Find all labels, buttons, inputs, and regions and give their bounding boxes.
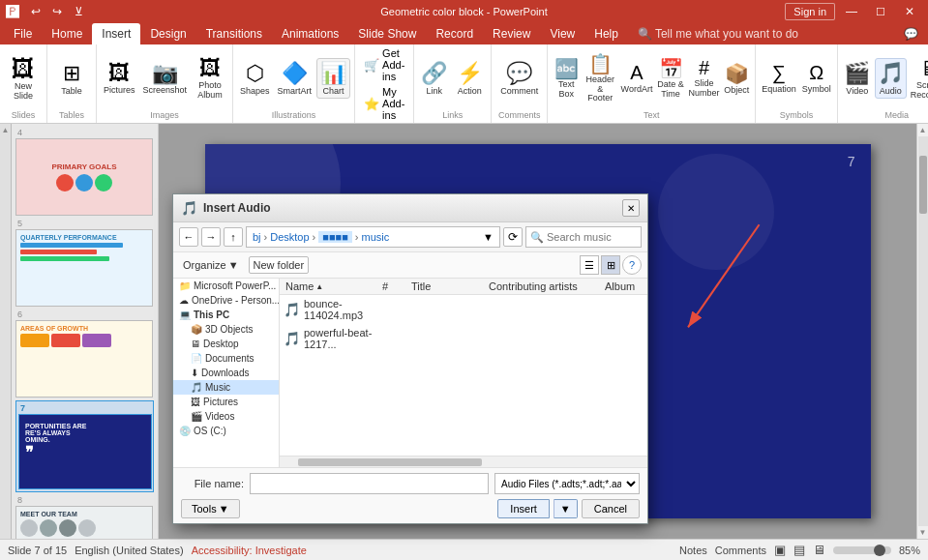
tree-item-documents[interactable]: 📄 Documents (173, 351, 279, 366)
col-artists[interactable]: Contributing artists (483, 279, 599, 294)
tree-item-osdrive[interactable]: 💿 OS (C:) (173, 424, 279, 438)
slide-number-btn[interactable]: # SlideNumber (687, 55, 721, 101)
tab-help[interactable]: Help (584, 23, 628, 44)
object-btn[interactable]: 📦 Object (722, 60, 751, 97)
comments-btn[interactable]: Comments (715, 545, 766, 556)
photo-album-btn[interactable]: 🖼 PhotoAlbum (192, 54, 228, 103)
slide-thumb-5[interactable]: 5 QUARTERLY PERFORMANCE (15, 219, 154, 307)
col-title[interactable]: Title (405, 279, 483, 294)
slide-thumb-6[interactable]: 6 AREAS OF GROWTH (15, 309, 154, 398)
header-footer-btn[interactable]: 📋 Header& Footer (582, 50, 618, 106)
path-part-music[interactable]: music (362, 231, 390, 243)
wordart-btn[interactable]: A WordArt (619, 60, 654, 96)
feedback-btn[interactable]: 💬 (898, 23, 924, 44)
view-list-btn[interactable]: ☰ (580, 255, 599, 275)
dialog-path-bar[interactable]: bj › Desktop › ■■■■ › music ▼ (246, 226, 500, 248)
file-row-2[interactable]: 🎵 powerful-beat-1217... (280, 324, 647, 353)
tab-slideshow[interactable]: Slide Show (348, 23, 426, 44)
tab-insert[interactable]: Insert (92, 23, 140, 44)
textbox-btn[interactable]: 🔤 TextBox (552, 55, 581, 102)
filename-input[interactable] (250, 473, 489, 494)
pictures-btn[interactable]: 🖼 Pictures (101, 59, 138, 98)
outline-view-btn[interactable]: ▤ (793, 543, 805, 557)
link-btn[interactable]: 🔗 Link (418, 59, 450, 98)
files-hscrollbar[interactable] (280, 456, 647, 467)
shapes-btn[interactable]: ⬡ Shapes (237, 59, 273, 98)
tree-item-downloads[interactable]: ⬇ Downloads (173, 366, 279, 380)
zoom-slider[interactable] (833, 546, 891, 554)
close-btn[interactable]: ✕ (897, 3, 922, 20)
filetype-select[interactable]: Audio Files (*.adts;*.adt;*.aac;*... (494, 473, 640, 494)
tree-item-3dobjects[interactable]: 📦 3D Objects (173, 322, 279, 337)
tree-item-onedrive[interactable]: ☁ OneDrive - Person... (173, 293, 279, 308)
language-indicator[interactable]: English (United States) (75, 545, 184, 556)
my-addins-btn[interactable]: ⭐ My Add-ins (361, 85, 407, 122)
screen-recording-btn[interactable]: 🖥 ScreenRecording (909, 54, 928, 103)
tab-animations[interactable]: Animations (272, 23, 348, 44)
action-btn[interactable]: ⚡ Action (452, 59, 487, 98)
col-album[interactable]: Album (599, 279, 647, 294)
normal-view-btn[interactable]: ▣ (774, 543, 786, 557)
insert-btn[interactable]: Insert (497, 499, 550, 518)
tree-item-desktop[interactable]: 🖥 Desktop (173, 337, 279, 351)
tab-home[interactable]: Home (42, 23, 92, 44)
dialog-search-input[interactable] (547, 231, 637, 243)
cancel-btn[interactable]: Cancel (582, 499, 640, 518)
new-slide-btn[interactable]: 🖼 NewSlide (4, 53, 43, 103)
search-tell-me[interactable]: 🔍 Tell me what you want to do (628, 23, 808, 44)
redo-btn[interactable]: ↪ (48, 3, 66, 20)
datetime-btn[interactable]: 📅 Date &Time (655, 55, 686, 102)
dialog-refresh-btn[interactable]: ⟳ (503, 227, 523, 247)
minimize-btn[interactable]: — (839, 3, 864, 20)
slide-thumb-7[interactable]: 7 PORTUNITIES ARE RE'S ALWAYS OMING. ❞ (15, 400, 154, 492)
organize-btn[interactable]: Organize ▼ (179, 257, 243, 273)
chart-btn[interactable]: 📊 Chart (316, 58, 350, 99)
view-help-btn[interactable]: ? (622, 255, 642, 275)
customize-btn[interactable]: ⊻ (70, 3, 87, 20)
slide-thumb-4[interactable]: 4 PRIMARY GOALS (15, 128, 154, 216)
tab-record[interactable]: Record (426, 23, 483, 44)
new-folder-btn[interactable]: New folder (249, 256, 310, 274)
sign-in-btn[interactable]: Sign in (785, 3, 835, 20)
notes-btn[interactable]: Notes (679, 545, 707, 556)
tab-file[interactable]: File (4, 23, 42, 44)
dialog-close-btn[interactable]: ✕ (622, 199, 640, 217)
tree-item-mspowerpoint[interactable]: 📁 Microsoft PowerP... (173, 279, 279, 293)
path-part-desktop[interactable]: Desktop (270, 231, 309, 243)
col-name[interactable]: Name ▲ (280, 279, 376, 294)
tab-transitions[interactable]: Transitions (196, 23, 272, 44)
table-btn[interactable]: ⊞ Table (53, 59, 90, 98)
video-btn[interactable]: 🎬 Video (842, 59, 873, 98)
comment-btn[interactable]: 💬 Comment (497, 59, 541, 98)
tab-design[interactable]: Design (140, 23, 195, 44)
tools-btn[interactable]: Tools ▼ (181, 499, 240, 518)
tab-review[interactable]: Review (483, 23, 540, 44)
dialog-back-btn[interactable]: ← (179, 227, 198, 247)
screenshot-btn[interactable]: 📷 Screenshot (140, 59, 191, 98)
tree-item-thispc[interactable]: 💻 This PC (173, 308, 279, 322)
insert-dropdown-btn[interactable]: ▼ (554, 499, 578, 518)
dialog-search-box[interactable]: 🔍 (525, 226, 642, 248)
path-part-folder[interactable]: ■■■■ (318, 231, 352, 243)
audio-btn[interactable]: 🎵 Audio (875, 58, 907, 99)
fullscreen-btn[interactable]: 🖥 (813, 543, 825, 557)
file-row-1[interactable]: 🎵 bounce-114024.mp3 (280, 295, 647, 324)
view-grid-btn[interactable]: ⊞ (601, 255, 620, 275)
tree-item-music[interactable]: 🎵 Music (173, 380, 279, 395)
equation-btn[interactable]: ∑ Equation (760, 60, 798, 96)
col-num[interactable]: # (376, 279, 405, 294)
accessibility-indicator[interactable]: Accessibility: Investigate (192, 545, 307, 556)
symbol-btn[interactable]: Ω Symbol (800, 60, 833, 96)
slide-thumb-8[interactable]: 8 MEET OUR TEAM (15, 495, 154, 539)
tree-item-videos[interactable]: 🎬 Videos (173, 409, 279, 424)
maximize-btn[interactable]: ☐ (868, 3, 893, 20)
dialog-up-btn[interactable]: ↑ (224, 227, 243, 247)
get-addins-btn[interactable]: 🛒 Get Add-ins (361, 46, 407, 83)
tab-view[interactable]: View (540, 23, 584, 44)
tree-item-pictures[interactable]: 🖼 Pictures (173, 395, 279, 409)
smartart-btn[interactable]: 🔷 SmartArt (275, 59, 315, 98)
undo-btn[interactable]: ↩ (27, 3, 45, 20)
path-part-bj[interactable]: bj (253, 231, 261, 243)
dialog-forward-btn[interactable]: → (201, 227, 221, 247)
right-scrollbar[interactable]: ▲ ▼ (916, 124, 928, 539)
